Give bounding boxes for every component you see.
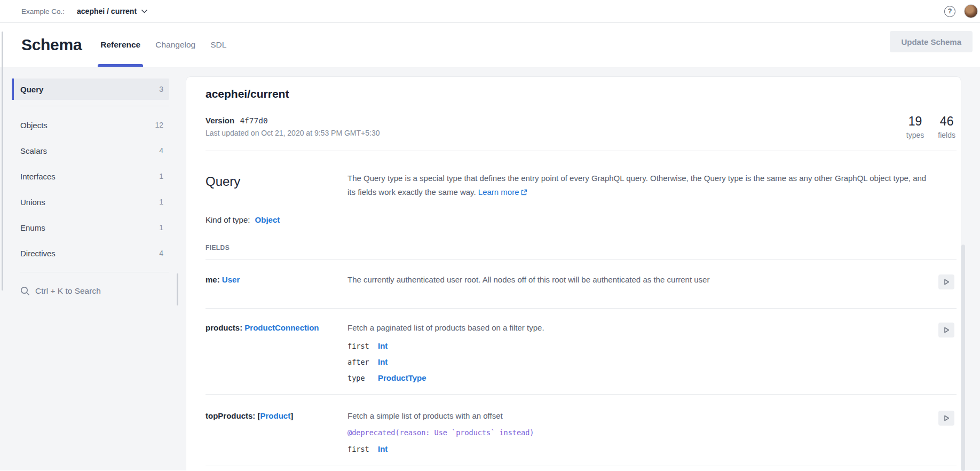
sidebar-item-count: 4 [159,146,163,155]
play-cell [911,274,957,289]
run-query-button[interactable] [938,274,954,289]
field-row-products: products: ProductConnection Fetch a pagi… [206,309,957,395]
arg-row: first Int [347,341,911,350]
arg-type-link[interactable]: ProductType [378,373,426,382]
type-name: Query [206,171,347,199]
run-query-button[interactable] [938,323,954,337]
sidebar-item-label: Query [20,85,43,94]
chevron-down-icon [141,10,147,13]
tab-sdl[interactable]: SDL [209,23,227,67]
arg-type-link[interactable]: Int [378,341,388,350]
field-type-link[interactable]: User [222,275,240,284]
field-signature: topProducts: [Product] [206,411,347,453]
tab-label: Changelog [155,40,195,50]
type-intro: Query The Query type is a special type t… [206,151,957,199]
schema-card: acephei/current Version 4f77d0 Last upda… [186,77,961,471]
stat-value: 19 [906,115,924,128]
help-glyph: ? [948,7,952,15]
kind-value-link[interactable]: Object [255,215,280,224]
version-line: Version 4f77d0 [206,116,380,125]
arg-name: first [347,445,378,453]
type-suffix: ] [290,411,293,420]
learn-more-link[interactable]: Learn more [478,187,527,197]
sidebar-item-enums[interactable]: Enums 1 [12,215,169,240]
sidebar-item-count: 1 [159,198,163,206]
sidebar-item-objects[interactable]: Objects 12 [12,112,169,138]
tab-bar: Reference Changelog SDL [99,23,240,67]
field-row-me: me: User The currently authenticated use… [206,260,957,309]
field-signature: products: ProductConnection [206,323,347,382]
sidebar-divider [20,106,169,106]
sidebar-item-label: Interfaces [20,172,56,181]
left-scrollbar[interactable] [2,32,3,291]
sidebar-item-label: Unions [20,198,45,207]
field-details: Fetch a simple list of products with an … [347,411,911,453]
arg-row: type ProductType [347,373,911,382]
stat-fields: 46 fields [938,115,955,139]
tab-label: SDL [210,40,226,50]
graph-selector-value: acephei / current [77,7,137,15]
run-query-button[interactable] [938,411,954,426]
arg-type-link[interactable]: Int [378,444,388,453]
last-updated: Last updated on Oct 21, 2020 at 9:53 PM … [206,129,380,137]
field-description: Fetch a paginated list of products based… [347,323,911,333]
arg-name: after [347,358,378,366]
fields-section-label: FIELDS [206,244,957,252]
arg-name: first [347,342,378,350]
search-icon [20,286,30,296]
kind-of-type: Kind of type: Object [206,215,957,224]
help-icon[interactable]: ? [944,6,955,17]
field-type-link[interactable]: Product [260,411,291,420]
schema-card-header: acephei/current Version 4f77d0 Last upda… [206,77,957,139]
field-name: me: [206,275,220,284]
arg-row: first Int [347,444,911,453]
tab-changelog[interactable]: Changelog [154,23,196,67]
kind-label: Kind of type: [206,215,250,224]
sidebar-item-unions[interactable]: Unions 1 [12,189,169,215]
sidebar-item-count: 1 [159,172,163,180]
field-args: first Int after Int type ProductType [347,341,911,382]
field-row-topproducts: topProducts: [Product] Fetch a simple li… [206,395,957,466]
sidebar-item-label: Directives [20,249,56,258]
top-bar: Example Co.: acephei / current ? [0,0,980,23]
main-scrollbar[interactable] [961,245,965,471]
stat-label: fields [938,131,955,139]
avatar[interactable] [964,4,978,18]
update-schema-button[interactable]: Update Schema [890,31,973,52]
field-description: Fetch a simple list of products with an … [347,411,911,421]
tab-label: Reference [100,40,140,50]
stat-value: 46 [938,115,955,128]
field-name: topProducts: [206,411,255,420]
field-name: products: [206,323,242,332]
sidebar-item-query[interactable]: Query 3 [12,78,169,100]
stat-label: types [906,131,924,139]
page-body: Query 3 Objects 12 Scalars 4 Interfaces … [0,67,980,470]
sidebar-item-directives[interactable]: Directives 4 [12,240,169,266]
field-details: Fetch a paginated list of products based… [347,323,911,382]
type-description: The Query type is a special type that de… [347,171,931,199]
arg-type-link[interactable]: Int [378,357,388,366]
tab-reference[interactable]: Reference [99,23,141,67]
sidebar-item-count: 4 [159,249,163,257]
deprecated-annotation: @deprecated(reason: Use `products` inste… [347,428,911,437]
external-link-icon [521,189,527,195]
play-cell [911,411,957,453]
page-header: Schema Reference Changelog SDL Update Sc… [0,23,980,67]
graph-title: acephei/current [206,88,380,100]
sidebar-item-interfaces[interactable]: Interfaces 1 [12,163,169,189]
type-description-text: The Query type is a special type that de… [347,174,926,197]
schema-stats: 19 types 46 fields [906,88,957,139]
sidebar-item-scalars[interactable]: Scalars 4 [12,138,169,163]
graph-selector[interactable]: acephei / current [77,7,147,15]
play-icon [944,279,950,285]
version-label: Version [206,116,234,125]
play-icon [944,327,950,333]
stat-types: 19 types [906,115,924,139]
search-trigger[interactable]: Ctrl + K to Search [17,283,169,299]
arg-row: after Int [347,357,911,366]
play-cell [911,323,957,382]
search-hint: Ctrl + K to Search [35,286,101,296]
field-type-link[interactable]: ProductConnection [244,323,319,332]
sidebar-item-count: 3 [159,85,163,93]
sidebar-divider [20,272,169,272]
